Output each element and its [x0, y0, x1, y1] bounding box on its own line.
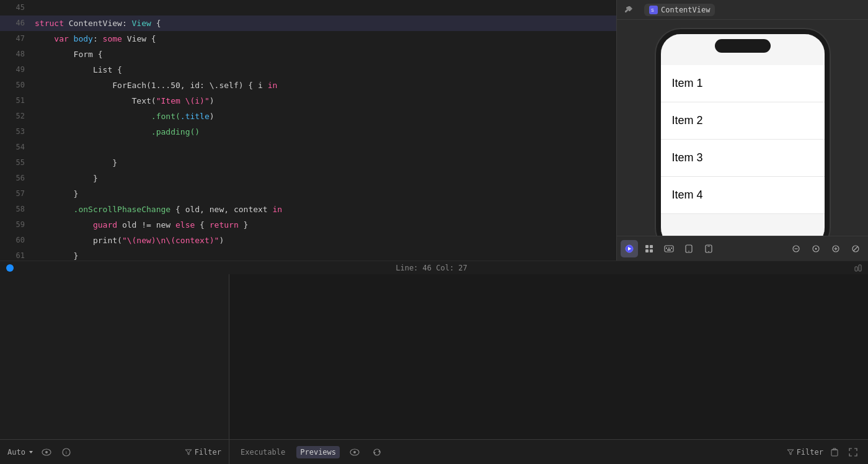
filter-right-icon [787, 448, 794, 456]
trash-icon [831, 448, 838, 457]
line-number: 58 [5, 202, 25, 217]
layout-button[interactable] [640, 240, 658, 257]
svg-text:i: i [66, 450, 67, 455]
keyboard-button[interactable] [660, 240, 678, 257]
line-number: 59 [5, 217, 25, 233]
preview-panel: S ContentView Item 1 Item 2 Item 3 [617, 0, 868, 261]
info-button[interactable]: i [59, 445, 74, 460]
zoom-in-button[interactable] [827, 240, 844, 257]
svg-rect-28 [859, 265, 861, 271]
auto-button[interactable]: Auto [7, 448, 34, 457]
line-content: ForEach(1...50, id: \.self) { i in [35, 78, 277, 93]
layout-icon [854, 264, 862, 272]
filter-icon [185, 448, 192, 456]
line-number: 53 [5, 124, 25, 140]
code-line-51: 51 Text("Item \(i)") [0, 93, 616, 109]
line-content: Form { [35, 47, 103, 62]
zoom-out-button[interactable] [787, 240, 805, 257]
line-col-indicator: Line: 46 Col: 27 [396, 264, 475, 272]
list-item: Item 4 [661, 177, 825, 214]
eye-icon [42, 448, 51, 456]
svg-point-31 [45, 451, 48, 453]
filter-left-button[interactable]: Filter [185, 448, 221, 457]
code-line-48: 48 Form { [0, 47, 616, 62]
preview-body: Item 1 Item 2 Item 3 Item 4 [617, 20, 868, 236]
svg-point-14 [688, 251, 689, 252]
svg-line-26 [854, 247, 857, 251]
code-line-54: 54 [0, 140, 616, 155]
bottom-toolbar: Auto i Filter Executable Previews [0, 439, 868, 464]
svg-marker-29 [29, 451, 33, 453]
svg-rect-4 [645, 245, 649, 248]
iphone-screen: Item 1 Item 2 Item 3 Item 4 [661, 34, 825, 236]
svg-rect-6 [645, 249, 649, 252]
line-content: } [35, 248, 78, 261]
code-line-58: 58 .onScrollPhaseChange { old, new, cont… [0, 202, 616, 217]
line-content: struct ContentView: View { [35, 16, 161, 31]
code-line-60: 60 print("\(new)\n\(context)") [0, 233, 616, 248]
filter-right-button[interactable]: Filter [787, 448, 823, 457]
bottom-panels [0, 274, 868, 439]
preview-output-panel [229, 274, 868, 439]
line-number: 57 [5, 186, 25, 202]
code-lines: 4546struct ContentView: View {47 var bod… [0, 0, 616, 261]
editor-status-bar: Line: 46 Col: 27 [0, 261, 868, 274]
executable-label: Executable [241, 448, 285, 457]
filter-left-label: Filter [195, 448, 221, 457]
app-window: 4546struct ContentView: View {47 var bod… [0, 0, 868, 464]
iphone-mockup: Item 1 Item 2 Item 3 Item 4 [656, 29, 830, 236]
trash-button[interactable] [827, 445, 842, 460]
svg-point-35 [353, 451, 356, 453]
list-item: Item 1 [661, 65, 825, 102]
bottom-left-toolbar: Auto i Filter [0, 440, 229, 464]
expand-button[interactable] [846, 445, 861, 460]
line-number: 48 [5, 47, 25, 62]
line-number: 61 [5, 248, 25, 261]
filter-right-label: Filter [797, 448, 823, 457]
sync-button[interactable] [370, 445, 384, 460]
preview-header: S ContentView [617, 0, 868, 20]
svg-rect-10 [668, 248, 670, 249]
code-editor: 4546struct ContentView: View {47 var bod… [0, 0, 617, 261]
code-line-53: 53 .padding() [0, 124, 616, 140]
line-number: 47 [5, 31, 25, 47]
line-number: 54 [5, 140, 25, 155]
line-number: 55 [5, 155, 25, 171]
phone-button[interactable] [700, 240, 717, 257]
line-content: .onScrollPhaseChange { old, new, context… [35, 202, 282, 217]
device-frame-button[interactable] [680, 240, 698, 257]
executable-tab[interactable]: Executable [237, 446, 289, 458]
line-content: var body: some View { [35, 31, 156, 47]
zoom-percent-button[interactable] [847, 240, 864, 257]
code-line-52: 52 .font(.title) [0, 109, 616, 124]
svg-rect-9 [666, 248, 667, 249]
svg-rect-11 [671, 248, 672, 249]
eye-right-button[interactable] [347, 445, 362, 460]
list-item: Item 3 [661, 140, 825, 177]
line-content: List { [35, 62, 122, 78]
code-line-49: 49 List { [0, 62, 616, 78]
code-line-59: 59 guard old != new else { return } [0, 217, 616, 233]
pin-button[interactable] [622, 3, 636, 17]
code-line-47: 47 var body: some View { [0, 31, 616, 47]
code-line-55: 55 } [0, 155, 616, 171]
eye-button[interactable] [39, 445, 54, 460]
list-content: Item 1 Item 2 Item 3 Item 4 [661, 65, 825, 214]
preview-tab-label: ContentView [661, 6, 710, 14]
line-content: } [35, 171, 98, 186]
svg-rect-5 [650, 245, 653, 248]
toolbar-left [621, 240, 717, 257]
content-view-tab[interactable]: S ContentView [644, 4, 715, 16]
eye-right-icon [350, 448, 360, 456]
line-number: 50 [5, 78, 25, 93]
svg-rect-7 [650, 249, 653, 252]
expand-icon [849, 448, 857, 457]
previews-tab[interactable]: Previews [296, 446, 340, 458]
run-button[interactable] [621, 240, 638, 257]
line-content: print("\(new)\n\(context)") [35, 233, 224, 248]
line-number: 60 [5, 233, 25, 248]
svg-point-21 [815, 248, 817, 249]
code-line-57: 57 } [0, 186, 616, 202]
svg-text:S: S [651, 8, 654, 12]
zoom-fit-button[interactable] [807, 240, 825, 257]
